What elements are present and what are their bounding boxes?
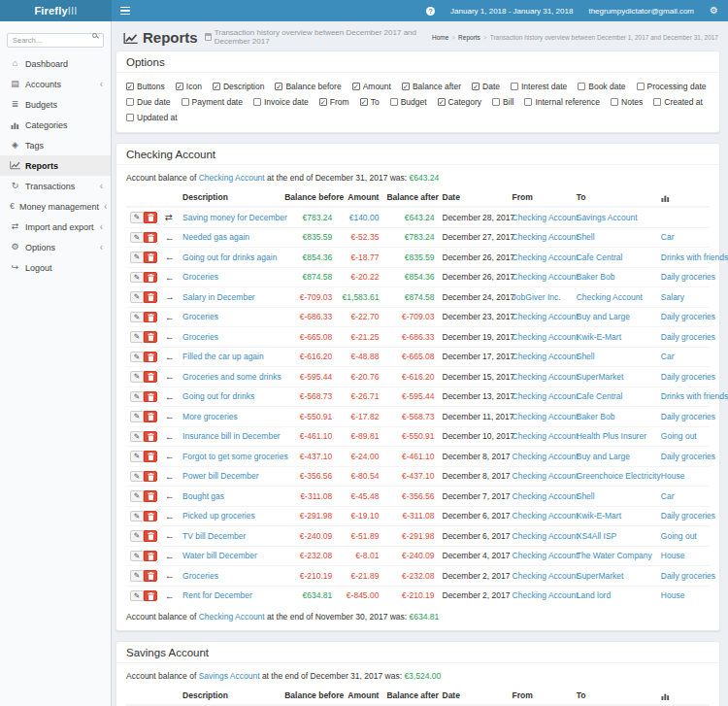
sidebar-item-logout[interactable]: ↪Logout	[0, 257, 111, 278]
edit-button[interactable]: ✎	[130, 212, 144, 223]
edit-button[interactable]: ✎	[130, 551, 144, 562]
category-link[interactable]: Car	[661, 232, 675, 242]
category-link[interactable]: Going out	[661, 531, 697, 541]
delete-button[interactable]	[144, 232, 157, 244]
from-account-link[interactable]: Checking Account	[513, 391, 579, 401]
account-link[interactable]: Checking Account	[199, 612, 265, 622]
option-checkbox-internal-reference[interactable]: Internal reference	[524, 97, 600, 107]
category-link[interactable]: Car	[661, 491, 675, 501]
edit-button[interactable]: ✎	[130, 471, 144, 483]
edit-button[interactable]: ✎	[130, 272, 144, 284]
to-account-link[interactable]: Savings Account	[577, 213, 638, 222]
to-account-link[interactable]: Baker Bob	[577, 412, 615, 421]
from-account-link[interactable]: Checking Account	[513, 312, 579, 321]
edit-button[interactable]: ✎	[130, 590, 144, 602]
option-checkbox-payment-date[interactable]: Payment date	[182, 97, 243, 107]
transaction-description-link[interactable]: Needed gas again	[182, 232, 249, 242]
delete-button[interactable]	[144, 291, 157, 303]
option-checkbox-date[interactable]: ✓Date	[472, 82, 500, 91]
category-link[interactable]: Daily groceries	[661, 452, 715, 461]
search-icon[interactable]	[92, 33, 97, 38]
delete-button[interactable]	[144, 451, 157, 462]
edit-button[interactable]: ✎	[130, 451, 144, 462]
transaction-description-link[interactable]: Rent for December	[182, 590, 252, 600]
category-link[interactable]: Daily groceries	[661, 312, 715, 321]
to-account-link[interactable]: The Water Company	[577, 551, 652, 560]
option-checkbox-to[interactable]: ✓To	[360, 97, 380, 107]
to-account-link[interactable]: Kwik-E-Mart	[577, 332, 621, 342]
to-account-link[interactable]: Buy and Large	[577, 452, 630, 461]
delete-button[interactable]	[144, 411, 157, 422]
delete-button[interactable]	[144, 352, 157, 363]
transaction-description-link[interactable]: Groceries	[182, 272, 218, 282]
category-link[interactable]: Salary	[661, 292, 684, 302]
delete-button[interactable]	[144, 212, 157, 223]
edit-button[interactable]: ✎	[130, 570, 144, 582]
sidebar-item-money-management[interactable]: €Money management‹	[0, 196, 111, 217]
category-link[interactable]: Drinks with friends	[661, 391, 728, 401]
edit-button[interactable]: ✎	[130, 331, 144, 343]
sidebar-toggle-hamburger-icon[interactable]	[120, 7, 130, 15]
breadcrumb-link-home[interactable]: Home	[432, 34, 448, 41]
category-link[interactable]: Daily groceries	[661, 372, 715, 382]
edit-button[interactable]: ✎	[130, 252, 144, 263]
help-icon[interactable]: ?	[426, 7, 435, 16]
delete-button[interactable]	[144, 431, 157, 443]
category-link[interactable]: House	[661, 590, 685, 600]
category-link[interactable]: Daily groceries	[661, 412, 715, 421]
option-checkbox-balance-after[interactable]: ✓Balance after	[402, 82, 461, 91]
option-checkbox-balance-before[interactable]: ✓Balance before	[275, 82, 341, 91]
option-checkbox-book-date[interactable]: Book date	[578, 82, 625, 91]
option-checkbox-amount[interactable]: ✓Amount	[352, 82, 391, 91]
to-account-link[interactable]: Checking Account	[577, 292, 643, 302]
option-checkbox-description[interactable]: ✓Description	[213, 82, 265, 91]
transaction-description-link[interactable]: Groceries	[182, 332, 218, 342]
to-account-link[interactable]: SuperMarket	[577, 571, 624, 581]
from-account-link[interactable]: Checking Account	[513, 590, 579, 600]
option-checkbox-interest-date[interactable]: Interest date	[511, 82, 567, 91]
category-link[interactable]: Going out	[661, 431, 697, 441]
from-account-link[interactable]: Checking Account	[513, 551, 579, 560]
option-checkbox-bill[interactable]: Bill	[492, 97, 513, 107]
option-checkbox-processing-date[interactable]: Processing date	[637, 82, 707, 91]
option-checkbox-due-date[interactable]: Due date	[126, 97, 171, 107]
from-account-link[interactable]: Checking Account	[513, 412, 579, 421]
transaction-description-link[interactable]: Forgot to get some groceries	[182, 452, 288, 461]
breadcrumb-link-reports[interactable]: Reports	[458, 34, 480, 41]
edit-button[interactable]: ✎	[130, 391, 144, 403]
from-account-link[interactable]: Checking Account	[513, 511, 579, 521]
transaction-description-link[interactable]: Filled the car up again	[182, 352, 264, 361]
option-checkbox-category[interactable]: ✓Category	[438, 97, 482, 107]
delete-button[interactable]	[144, 570, 157, 582]
to-account-link[interactable]: Baker Bob	[577, 272, 615, 282]
sidebar-item-accounts[interactable]: ▤Accounts‹	[0, 74, 111, 94]
transaction-description-link[interactable]: Picked up groceries	[182, 511, 255, 521]
category-link[interactable]: Daily groceries	[661, 272, 715, 282]
sidebar-item-options[interactable]: ⚙Options‹	[0, 237, 111, 257]
option-checkbox-budget[interactable]: Budget	[390, 97, 427, 107]
sidebar-item-import-and-export[interactable]: ⇄Import and export‹	[0, 217, 111, 237]
edit-button[interactable]: ✎	[130, 291, 144, 303]
transaction-description-link[interactable]: Groceries and some drinks	[182, 372, 281, 382]
to-account-link[interactable]: Buy and Large	[577, 312, 630, 321]
edit-button[interactable]: ✎	[130, 431, 144, 443]
category-link[interactable]: Daily groceries	[661, 571, 715, 581]
sidebar-item-categories[interactable]: Categories	[0, 115, 111, 135]
sidebar-item-transactions[interactable]: ↻Transactions‹	[0, 176, 111, 196]
from-account-link[interactable]: JobGiver Inc.	[513, 292, 561, 302]
delete-button[interactable]	[144, 312, 157, 323]
option-checkbox-updated-at[interactable]: Updated at	[126, 113, 178, 122]
category-link[interactable]: Car	[661, 352, 675, 361]
account-link[interactable]: Savings Account	[199, 671, 260, 681]
to-account-link[interactable]: Shell	[577, 491, 595, 501]
category-link[interactable]: Daily groceries	[661, 511, 715, 521]
sidebar-item-tags[interactable]: ◈Tags	[0, 135, 111, 155]
option-checkbox-from[interactable]: ✓From	[319, 97, 349, 107]
category-link[interactable]: House	[661, 471, 685, 481]
to-account-link[interactable]: Greenchoice Electricity	[577, 471, 661, 481]
from-account-link[interactable]: Checking Account	[513, 272, 579, 282]
delete-button[interactable]	[144, 490, 157, 502]
delete-button[interactable]	[144, 371, 157, 383]
from-account-link[interactable]: Checking Account	[513, 471, 579, 481]
delete-button[interactable]	[144, 391, 157, 403]
